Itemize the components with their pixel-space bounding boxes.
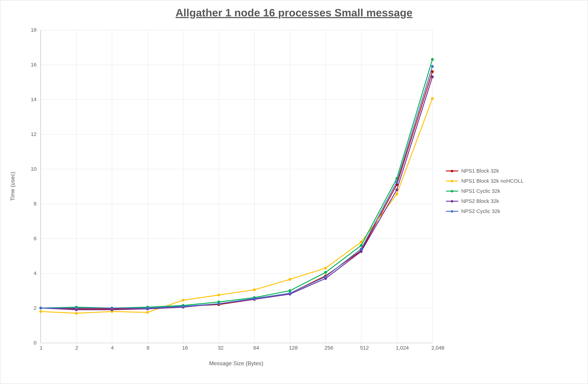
series-marker xyxy=(395,193,398,195)
x-tick-label: 128 xyxy=(289,345,298,351)
x-tick-label: 2,048 xyxy=(431,345,444,351)
legend-label: NPS2 Cyclic 32k xyxy=(461,208,500,214)
y-tick-label: 14 xyxy=(26,96,37,102)
legend-label: NPS1 Block 32k noHCOLL xyxy=(461,178,524,184)
series-line xyxy=(41,72,432,309)
y-tick-label: 8 xyxy=(26,201,37,207)
series-line xyxy=(41,98,432,313)
legend-item: NPS2 Block 32k xyxy=(446,198,524,204)
y-tick-label: 18 xyxy=(26,27,37,33)
y-tick-label: 12 xyxy=(26,131,37,137)
series-marker xyxy=(324,271,327,274)
series-marker xyxy=(146,311,149,314)
series-marker xyxy=(431,58,434,61)
x-tick-label: 4 xyxy=(111,345,114,351)
x-tick-label: 512 xyxy=(360,345,369,351)
series-marker xyxy=(217,302,220,305)
legend-item: NPS2 Cyclic 32k xyxy=(446,208,524,214)
series-line xyxy=(41,66,432,308)
series-marker xyxy=(395,189,398,191)
series-marker xyxy=(395,181,398,183)
series-marker xyxy=(289,278,291,281)
series-marker xyxy=(217,294,220,296)
x-tick-labels: 1 2 4 8 16 32 64 128 256 512 1,024 2,048 xyxy=(40,345,432,351)
chart-title: Allgather 1 node 16 processes Small mess… xyxy=(0,6,588,19)
series-marker xyxy=(253,297,256,300)
legend-swatch xyxy=(446,191,458,192)
legend-swatch xyxy=(446,171,458,172)
x-tick-label: 256 xyxy=(324,345,333,351)
legend-swatch xyxy=(446,211,458,212)
y-tick-label: 6 xyxy=(26,235,37,241)
x-tick-label: 16 xyxy=(182,345,188,351)
series-line xyxy=(41,77,432,310)
series-marker xyxy=(39,310,42,313)
legend: NPS1 Block 32k NPS1 Block 32k noHCOLL NP… xyxy=(446,164,524,218)
legend-label: NPS2 Block 32k xyxy=(461,198,499,204)
y-tick-label: 0 xyxy=(26,340,37,346)
legend-item: NPS1 Block 32k noHCOLL xyxy=(446,178,524,184)
y-tick-label: 10 xyxy=(26,166,37,172)
y-tick-label: 16 xyxy=(26,62,37,68)
chart-lines xyxy=(41,30,432,343)
x-tick-label: 1,024 xyxy=(396,345,409,351)
series-marker xyxy=(182,305,185,308)
x-tick-label: 2 xyxy=(75,345,78,351)
series-marker xyxy=(253,288,256,291)
series-marker xyxy=(324,275,327,278)
series-marker xyxy=(289,292,291,295)
series-marker xyxy=(431,76,434,78)
legend-label: NPS1 Block 32k xyxy=(461,168,499,174)
legend-item: NPS1 Cyclic 32k xyxy=(446,188,524,194)
series-marker xyxy=(146,307,149,309)
legend-item: NPS1 Block 32k xyxy=(446,168,524,174)
series-line xyxy=(41,59,432,308)
series-marker xyxy=(182,299,185,302)
series-marker xyxy=(360,250,363,253)
x-tick-label: 8 xyxy=(147,345,149,351)
legend-label: NPS1 Cyclic 32k xyxy=(461,188,500,194)
series-marker xyxy=(431,97,434,100)
series-marker xyxy=(39,307,42,309)
series-marker xyxy=(324,267,327,269)
y-tick-label: 4 xyxy=(26,270,37,276)
series-marker xyxy=(360,248,363,250)
legend-swatch xyxy=(446,201,458,202)
series-marker xyxy=(75,307,78,309)
y-axis-title: Time (usec) xyxy=(9,172,16,201)
legend-swatch xyxy=(446,181,458,181)
y-tick-labels: 18 16 14 12 10 8 6 4 2 0 xyxy=(26,30,37,343)
x-tick-label: 1 xyxy=(40,345,43,351)
x-tick-label: 64 xyxy=(253,345,259,351)
y-tick-label: 2 xyxy=(26,305,37,311)
x-axis-title: Message Size (Bytes) xyxy=(209,360,263,367)
plot-area xyxy=(40,30,432,343)
series-marker xyxy=(289,289,291,292)
series-marker xyxy=(75,312,78,315)
series-marker xyxy=(431,65,434,68)
chart-frame: Allgather 1 node 16 processes Small mess… xyxy=(0,0,588,384)
series-marker xyxy=(110,307,113,309)
x-tick-label: 32 xyxy=(218,345,224,351)
